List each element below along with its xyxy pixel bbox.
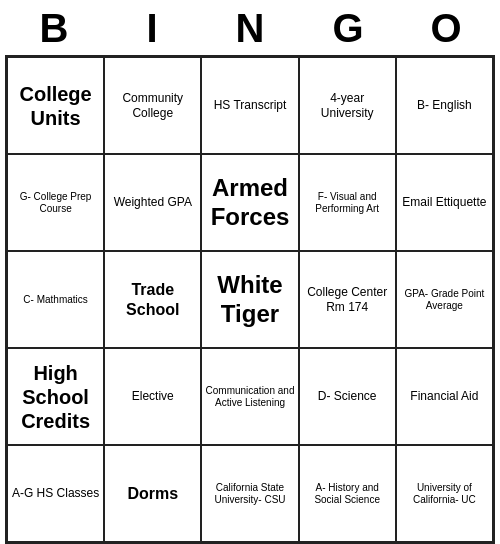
- bingo-cell: C- Mathmatics: [7, 251, 104, 348]
- bingo-cell: Weighted GPA: [104, 154, 201, 251]
- bingo-cell: F- Visual and Performing Art: [299, 154, 396, 251]
- letter-g: G: [299, 6, 397, 51]
- bingo-cell: Armed Forces: [201, 154, 298, 251]
- bingo-cell: Communication and Active Listening: [201, 348, 298, 445]
- bingo-cell: A- History and Social Science: [299, 445, 396, 542]
- bingo-cell: University of California- UC: [396, 445, 493, 542]
- letter-b: B: [5, 6, 103, 51]
- bingo-cell: College Units: [7, 57, 104, 154]
- bingo-cell: Email Ettiquette: [396, 154, 493, 251]
- bingo-cell: White Tiger: [201, 251, 298, 348]
- bingo-cell: College Center Rm 174: [299, 251, 396, 348]
- bingo-cell: Elective: [104, 348, 201, 445]
- bingo-cell: D- Science: [299, 348, 396, 445]
- bingo-cell: Dorms: [104, 445, 201, 542]
- letter-i: I: [103, 6, 201, 51]
- bingo-cell: G- College Prep Course: [7, 154, 104, 251]
- bingo-cell: 4-year University: [299, 57, 396, 154]
- letter-o: O: [397, 6, 495, 51]
- bingo-grid: College UnitsCommunity CollegeHS Transcr…: [5, 55, 495, 544]
- bingo-cell: California State University- CSU: [201, 445, 298, 542]
- bingo-cell: GPA- Grade Point Average: [396, 251, 493, 348]
- bingo-title: B I N G O: [5, 0, 495, 55]
- bingo-cell: Community College: [104, 57, 201, 154]
- bingo-cell: High School Credits: [7, 348, 104, 445]
- bingo-cell: A-G HS Classes: [7, 445, 104, 542]
- letter-n: N: [201, 6, 299, 51]
- bingo-cell: B- English: [396, 57, 493, 154]
- bingo-cell: Trade School: [104, 251, 201, 348]
- bingo-cell: Financial Aid: [396, 348, 493, 445]
- bingo-cell: HS Transcript: [201, 57, 298, 154]
